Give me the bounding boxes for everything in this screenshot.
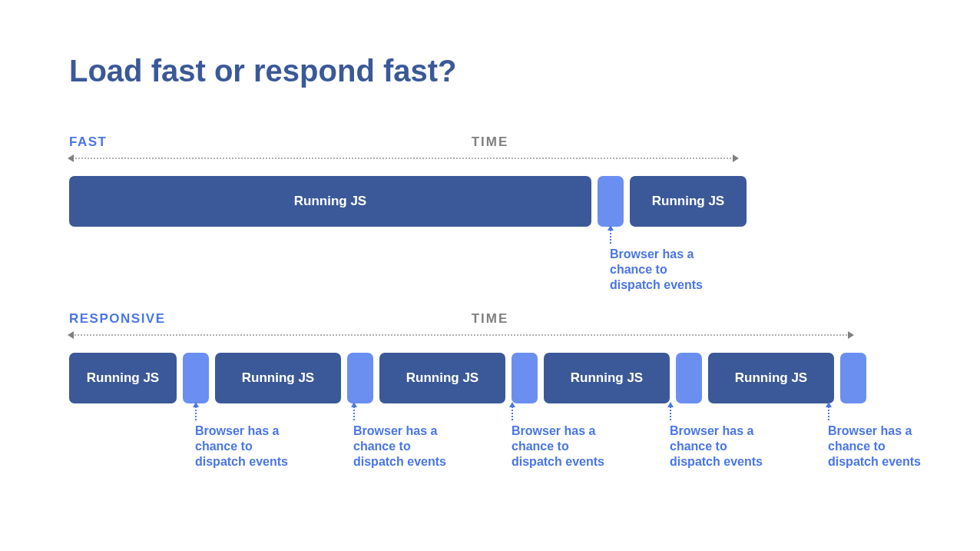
annotation-text: Browser has achance todispatch events xyxy=(512,423,604,470)
pointer-line-icon xyxy=(610,227,611,244)
section-fast: FAST TIME Running JS Running JS Browser … xyxy=(69,134,911,227)
section-label-fast: FAST xyxy=(69,134,107,150)
section-header-responsive: RESPONSIVE TIME xyxy=(69,311,911,330)
js-block: Running JS xyxy=(544,353,670,403)
pointer-line-icon xyxy=(512,403,513,420)
bar-row-responsive: Running JS Running JS Running JS Running… xyxy=(69,353,911,403)
gap-block xyxy=(840,353,866,403)
js-block: Running JS xyxy=(69,176,591,227)
annotation-text: Browser has achance todispatch events xyxy=(195,423,288,470)
gap-block xyxy=(512,353,538,403)
js-block: Running JS xyxy=(69,353,177,403)
pointer-line-icon xyxy=(828,403,829,420)
section-label-responsive: RESPONSIVE xyxy=(69,311,166,327)
gap-block xyxy=(347,353,373,403)
annotation-text: Browser has achance todispatch events xyxy=(610,247,703,293)
pointer-area-responsive: Browser has achance todispatch events Br… xyxy=(69,403,911,519)
js-block: Running JS xyxy=(215,353,341,403)
pointer-line-icon xyxy=(353,403,355,420)
gap-block xyxy=(676,353,702,403)
section-responsive: RESPONSIVE TIME Running JS Running JS Ru… xyxy=(69,311,911,403)
js-block: Running JS xyxy=(708,353,834,403)
gap-block xyxy=(183,353,209,403)
page-title: Load fast or respond fast? xyxy=(69,54,911,88)
pointer-line-icon xyxy=(195,403,197,420)
pointer-line-icon xyxy=(670,403,671,420)
timeline-fast xyxy=(69,158,737,159)
js-block: Running JS xyxy=(379,353,505,403)
annotation-text: Browser has achance todispatch events xyxy=(353,423,446,470)
timeline-responsive xyxy=(69,334,853,336)
section-header-fast: FAST TIME xyxy=(69,134,911,153)
bar-row-fast: Running JS Running JS xyxy=(69,176,911,227)
js-block: Running JS xyxy=(630,176,747,227)
time-label-responsive: TIME xyxy=(472,311,509,327)
time-label-fast: TIME xyxy=(472,134,509,150)
annotation-text: Browser has achance todispatch events xyxy=(670,423,763,470)
gap-block xyxy=(598,176,624,227)
annotation-text: Browser has achance todispatch events xyxy=(828,423,921,470)
